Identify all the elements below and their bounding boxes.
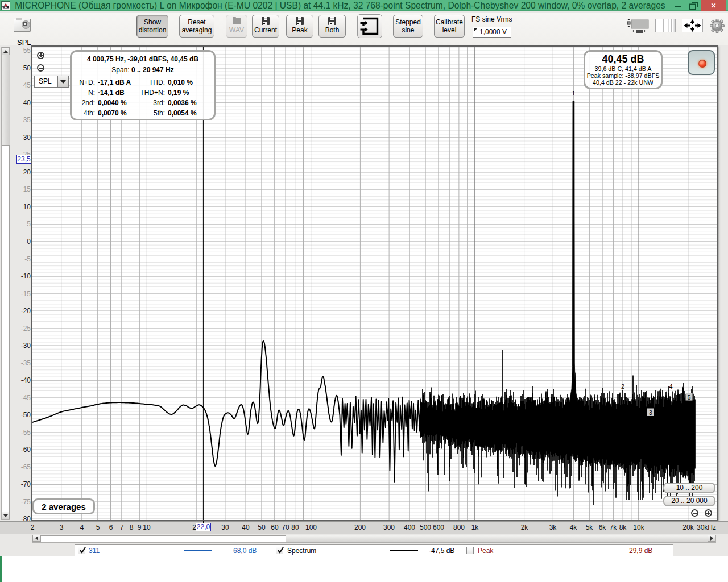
svg-text:3: 3 <box>649 409 652 416</box>
svg-text:1: 1 <box>572 90 575 97</box>
svg-text:4: 4 <box>669 383 672 390</box>
svg-text:5: 5 <box>687 394 690 401</box>
svg-text:2: 2 <box>621 383 624 390</box>
